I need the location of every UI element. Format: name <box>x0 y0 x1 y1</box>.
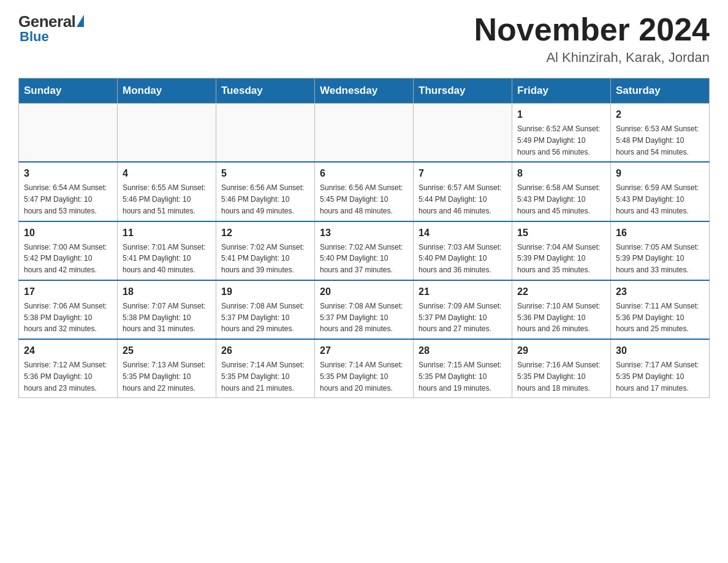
day-info: Sunrise: 7:00 AM Sunset: 5:42 PM Dayligh… <box>24 243 107 275</box>
calendar-week-1: 1Sunrise: 6:52 AM Sunset: 5:49 PM Daylig… <box>19 104 710 163</box>
day-number: 1 <box>517 107 605 122</box>
day-info: Sunrise: 6:54 AM Sunset: 5:47 PM Dayligh… <box>24 183 107 215</box>
day-number: 23 <box>616 285 704 299</box>
day-info: Sunrise: 7:15 AM Sunset: 5:35 PM Dayligh… <box>419 361 501 393</box>
calendar-cell: 16Sunrise: 7:05 AM Sunset: 5:39 PM Dayli… <box>611 221 710 280</box>
day-number: 26 <box>221 343 309 358</box>
calendar-cell: 8Sunrise: 6:58 AM Sunset: 5:43 PM Daylig… <box>512 162 611 221</box>
day-info: Sunrise: 6:57 AM Sunset: 5:44 PM Dayligh… <box>419 183 501 215</box>
day-number: 2 <box>616 107 704 122</box>
day-number: 11 <box>123 226 211 240</box>
calendar-week-5: 24Sunrise: 7:12 AM Sunset: 5:36 PM Dayli… <box>19 339 710 398</box>
weekday-header-monday: Monday <box>118 79 216 104</box>
day-info: Sunrise: 7:06 AM Sunset: 5:38 PM Dayligh… <box>24 302 107 334</box>
day-number: 7 <box>419 166 507 181</box>
calendar-cell: 17Sunrise: 7:06 AM Sunset: 5:38 PM Dayli… <box>19 280 118 339</box>
day-number: 5 <box>221 166 309 181</box>
calendar-title: November 2024 <box>474 12 710 47</box>
calendar-cell: 26Sunrise: 7:14 AM Sunset: 5:35 PM Dayli… <box>216 339 315 398</box>
day-info: Sunrise: 7:09 AM Sunset: 5:37 PM Dayligh… <box>419 302 501 334</box>
day-number: 3 <box>24 166 112 181</box>
calendar-cell: 11Sunrise: 7:01 AM Sunset: 5:41 PM Dayli… <box>118 221 216 280</box>
day-info: Sunrise: 7:08 AM Sunset: 5:37 PM Dayligh… <box>320 302 403 334</box>
calendar-cell: 24Sunrise: 7:12 AM Sunset: 5:36 PM Dayli… <box>19 339 118 398</box>
day-number: 16 <box>616 226 704 240</box>
day-info: Sunrise: 6:58 AM Sunset: 5:43 PM Dayligh… <box>517 183 600 215</box>
calendar-cell: 10Sunrise: 7:00 AM Sunset: 5:42 PM Dayli… <box>19 221 118 280</box>
day-info: Sunrise: 7:10 AM Sunset: 5:36 PM Dayligh… <box>517 302 600 334</box>
day-info: Sunrise: 6:56 AM Sunset: 5:46 PM Dayligh… <box>221 183 304 215</box>
calendar-week-2: 3Sunrise: 6:54 AM Sunset: 5:47 PM Daylig… <box>19 162 710 221</box>
calendar-cell: 18Sunrise: 7:07 AM Sunset: 5:38 PM Dayli… <box>118 280 216 339</box>
calendar-subtitle: Al Khinzirah, Karak, Jordan <box>474 50 710 66</box>
calendar-cell <box>315 104 414 163</box>
calendar-cell: 4Sunrise: 6:55 AM Sunset: 5:46 PM Daylig… <box>118 162 216 221</box>
day-info: Sunrise: 7:01 AM Sunset: 5:41 PM Dayligh… <box>123 243 205 275</box>
day-number: 18 <box>123 285 211 299</box>
day-info: Sunrise: 7:07 AM Sunset: 5:38 PM Dayligh… <box>123 302 205 334</box>
day-number: 15 <box>517 226 605 240</box>
title-block: November 2024 Al Khinzirah, Karak, Jorda… <box>474 12 710 66</box>
day-number: 19 <box>221 285 309 299</box>
page-header: General Blue November 2024 Al Khinzirah,… <box>18 12 710 66</box>
day-number: 30 <box>616 343 704 358</box>
day-number: 24 <box>24 343 112 358</box>
day-number: 27 <box>320 343 408 358</box>
day-number: 28 <box>419 343 507 358</box>
day-info: Sunrise: 7:05 AM Sunset: 5:39 PM Dayligh… <box>616 243 699 275</box>
calendar-cell: 21Sunrise: 7:09 AM Sunset: 5:37 PM Dayli… <box>414 280 512 339</box>
day-number: 29 <box>517 343 605 358</box>
day-info: Sunrise: 7:13 AM Sunset: 5:35 PM Dayligh… <box>123 361 205 393</box>
day-info: Sunrise: 7:02 AM Sunset: 5:40 PM Dayligh… <box>320 243 403 275</box>
calendar-cell: 7Sunrise: 6:57 AM Sunset: 5:44 PM Daylig… <box>414 162 512 221</box>
calendar-week-4: 17Sunrise: 7:06 AM Sunset: 5:38 PM Dayli… <box>19 280 710 339</box>
calendar-header-row: SundayMondayTuesdayWednesdayThursdayFrid… <box>19 79 710 104</box>
day-number: 4 <box>123 166 211 181</box>
day-info: Sunrise: 6:59 AM Sunset: 5:43 PM Dayligh… <box>616 183 699 215</box>
calendar-cell: 19Sunrise: 7:08 AM Sunset: 5:37 PM Dayli… <box>216 280 315 339</box>
day-number: 9 <box>616 166 704 181</box>
logo-triangle-icon <box>77 15 84 27</box>
day-number: 6 <box>320 166 408 181</box>
day-info: Sunrise: 7:08 AM Sunset: 5:37 PM Dayligh… <box>221 302 304 334</box>
day-number: 12 <box>221 226 309 240</box>
logo: General Blue <box>18 12 84 45</box>
day-info: Sunrise: 7:04 AM Sunset: 5:39 PM Dayligh… <box>517 243 600 275</box>
day-info: Sunrise: 6:52 AM Sunset: 5:49 PM Dayligh… <box>517 124 600 156</box>
calendar-cell: 29Sunrise: 7:16 AM Sunset: 5:35 PM Dayli… <box>512 339 611 398</box>
calendar-cell: 3Sunrise: 6:54 AM Sunset: 5:47 PM Daylig… <box>19 162 118 221</box>
day-number: 22 <box>517 285 605 299</box>
weekday-header-sunday: Sunday <box>19 79 118 104</box>
calendar-cell: 6Sunrise: 6:56 AM Sunset: 5:45 PM Daylig… <box>315 162 414 221</box>
calendar-cell: 27Sunrise: 7:14 AM Sunset: 5:35 PM Dayli… <box>315 339 414 398</box>
weekday-header-tuesday: Tuesday <box>216 79 315 104</box>
calendar-table: SundayMondayTuesdayWednesdayThursdayFrid… <box>18 78 710 398</box>
calendar-cell: 14Sunrise: 7:03 AM Sunset: 5:40 PM Dayli… <box>414 221 512 280</box>
calendar-cell: 12Sunrise: 7:02 AM Sunset: 5:41 PM Dayli… <box>216 221 315 280</box>
weekday-header-thursday: Thursday <box>414 79 512 104</box>
day-number: 21 <box>419 285 507 299</box>
calendar-cell <box>118 104 216 163</box>
day-number: 20 <box>320 285 408 299</box>
calendar-cell: 9Sunrise: 6:59 AM Sunset: 5:43 PM Daylig… <box>611 162 710 221</box>
calendar-cell: 15Sunrise: 7:04 AM Sunset: 5:39 PM Dayli… <box>512 221 611 280</box>
weekday-header-friday: Friday <box>512 79 611 104</box>
weekday-header-saturday: Saturday <box>611 79 710 104</box>
calendar-cell <box>414 104 512 163</box>
day-info: Sunrise: 7:14 AM Sunset: 5:35 PM Dayligh… <box>221 361 304 393</box>
calendar-cell <box>216 104 315 163</box>
calendar-cell: 5Sunrise: 6:56 AM Sunset: 5:46 PM Daylig… <box>216 162 315 221</box>
calendar-cell: 28Sunrise: 7:15 AM Sunset: 5:35 PM Dayli… <box>414 339 512 398</box>
day-number: 25 <box>123 343 211 358</box>
day-info: Sunrise: 7:14 AM Sunset: 5:35 PM Dayligh… <box>320 361 403 393</box>
calendar-cell: 1Sunrise: 6:52 AM Sunset: 5:49 PM Daylig… <box>512 104 611 163</box>
day-info: Sunrise: 7:02 AM Sunset: 5:41 PM Dayligh… <box>221 243 304 275</box>
day-info: Sunrise: 6:56 AM Sunset: 5:45 PM Dayligh… <box>320 183 403 215</box>
day-info: Sunrise: 7:17 AM Sunset: 5:35 PM Dayligh… <box>616 361 699 393</box>
day-number: 14 <box>419 226 507 240</box>
calendar-cell <box>19 104 118 163</box>
day-info: Sunrise: 7:16 AM Sunset: 5:35 PM Dayligh… <box>517 361 600 393</box>
day-info: Sunrise: 7:11 AM Sunset: 5:36 PM Dayligh… <box>616 302 699 334</box>
calendar-cell: 30Sunrise: 7:17 AM Sunset: 5:35 PM Dayli… <box>611 339 710 398</box>
calendar-week-3: 10Sunrise: 7:00 AM Sunset: 5:42 PM Dayli… <box>19 221 710 280</box>
